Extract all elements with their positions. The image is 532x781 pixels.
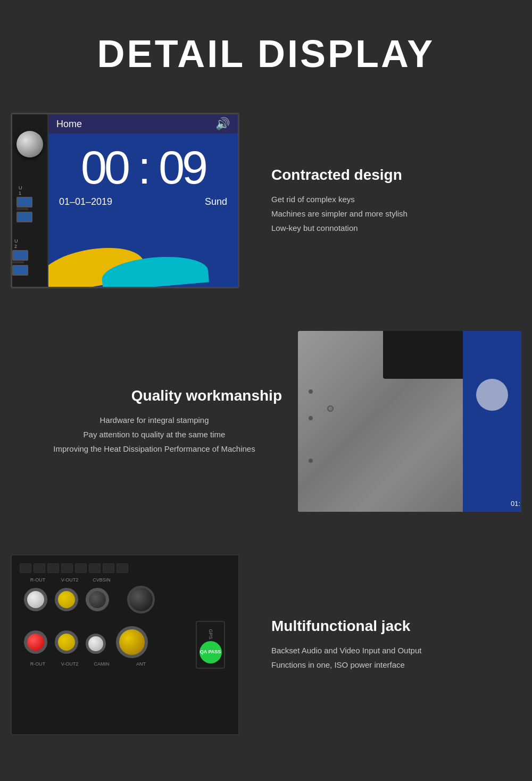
contracted-design-title: Contracted design [271,167,500,184]
ridge-8 [117,563,128,573]
device-left-panel: U1 U2 [12,114,48,287]
side-screen-circle [476,379,508,411]
ports-image: R-OUT V-OUT2 CVBSIN R-OUT [11,554,239,735]
usb1b-port [16,212,32,222]
screen-date: 01–01–2019 Sund [48,196,238,207]
section-contracted-design: U1 U2 Home 00 : 09 01–0 [0,102,532,320]
usb2b-port [12,265,28,276]
mj-line-1: Backset Audio and Video Input and Output [271,643,511,658]
side-panel: IR ((·)) U 1 01: [298,331,521,512]
port-label-rout-bot: R-OUT [24,661,52,667]
ridge-3 [47,563,59,573]
qw-line-2: Pay attention to quality at the same tim… [27,427,282,442]
usb1-label: U1 [16,185,47,196]
rca-yellow-bot [55,630,78,654]
section-multifunctional-jack: R-OUT V-OUT2 CVBSIN R-OUT [0,544,532,767]
desc-line-1: Get rid of complex keys [271,192,500,206]
rca-white-top [24,588,47,611]
ridge-4 [61,563,73,573]
gps-label: GPS [207,629,213,639]
hole-3 [309,459,313,463]
desc-line-2: Machines are simpler and more stylish [271,206,500,221]
device-side-image: IR ((·)) U 1 01: [298,331,521,512]
hole-1 [309,389,313,394]
qa-pass-text: QA PASS [200,650,221,655]
gps-box: GPS QA PASS [196,621,225,669]
qw-line-1: Hardware for integral stamping [27,413,282,427]
desc-line-3: Low-key but connotation [271,221,500,235]
section-quality-workmanship: Quality workmanship Hardware for integra… [0,320,532,544]
side-screen-strip: 01: [463,331,521,512]
port-label-ant: ANT [127,661,155,667]
rca-red-bot [24,630,47,654]
quality-workmanship-desc: Hardware for integral stamping Pay atten… [27,413,282,456]
qa-pass-badge: QA PASS [200,641,222,663]
ridge-7 [103,563,114,573]
port-label-cvbsin: CVBSIN [88,577,115,583]
ridge-2 [34,563,45,573]
side-date: 01: [511,500,520,508]
volume-knob [16,131,43,157]
rca-black-top [86,588,109,611]
usb1-port [16,197,32,207]
ridge-6 [89,563,101,573]
port-label-vout2-bot: V-OUT2 [56,661,84,667]
multifunctional-jack-title: Multifunctional jack [271,618,511,635]
rca-big-yellow [116,626,148,658]
contracted-design-text: Contracted design Get rid of complex key… [261,161,511,240]
device-screen: Home 00 : 09 01–01–2019 Sund [48,114,238,287]
rca-white-bot [86,634,106,654]
ridge-1 [20,563,31,573]
port-label-camin: CAMIN [88,661,115,667]
date-value: 01–01–2019 [59,196,112,207]
port-label-vout2: V-OUT2 [56,577,84,583]
quality-workmanship-text: Quality workmanship Hardware for integra… [21,382,298,461]
page-title: DETAIL DISPLAY [0,0,532,102]
screen-top-bar: Home [48,114,238,134]
ports-top-ridge [20,563,230,573]
rca-top-row [24,586,230,613]
mj-line-2: Functions in one, ISO power interface [271,658,511,672]
contracted-design-desc: Get rid of complex keys Machines are sim… [271,192,500,235]
multifunctional-jack-desc: Backset Audio and Video Input and Output… [271,643,511,672]
quality-workmanship-title: Quality workmanship [27,387,282,404]
usb2-label: U2 [12,238,47,249]
multifunctional-jack-text: Multifunctional jack Backset Audio and V… [261,612,521,677]
screen-time: 00 : 09 [48,144,238,191]
hole-2 [309,416,313,420]
ports-top-labels: R-OUT V-OUT2 CVBSIN [24,577,230,583]
day-value: Sund [205,196,227,207]
qw-line-3: Improving the Heat Dissipation Performan… [27,442,282,456]
usb2-port [12,250,28,261]
port-label-rout: R-OUT [24,577,52,583]
rca-yellow-top [55,588,78,611]
ridge-5 [75,563,87,573]
ports-bg: R-OUT V-OUT2 CVBSIN R-OUT [12,555,238,734]
home-label: Home [56,119,82,130]
device-front-image: U1 U2 Home 00 : 09 01–0 [11,113,239,288]
jack-35mm [127,586,155,613]
speaker-icon [215,117,230,131]
screw-1 [327,405,334,412]
